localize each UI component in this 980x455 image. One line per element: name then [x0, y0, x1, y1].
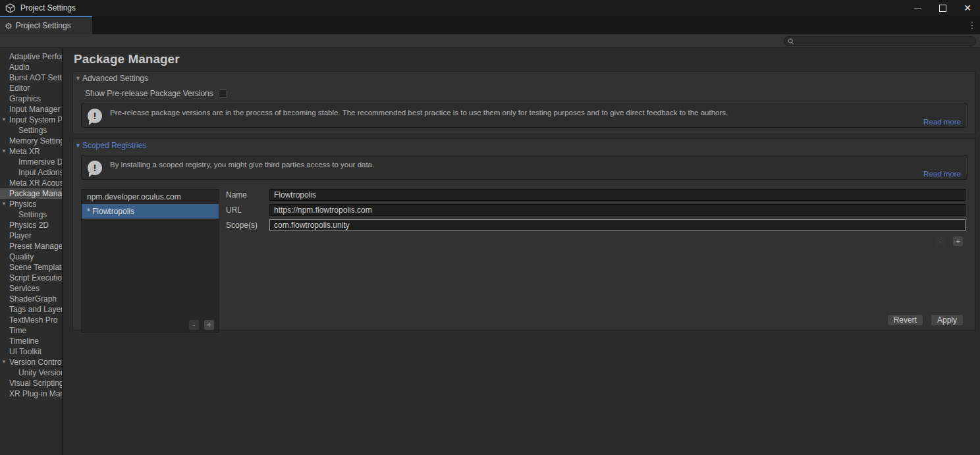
sidebar-item-label: Tags and Layers	[9, 304, 62, 315]
sidebar-item-label: Input Actions	[18, 167, 62, 178]
add-registry-button[interactable]: +	[204, 320, 214, 330]
remove-registry-button[interactable]: -	[189, 320, 199, 330]
tab-project-settings[interactable]: ⚙ Project Settings	[0, 16, 92, 34]
sidebar-item-label: UI Toolkit	[9, 346, 41, 357]
sidebar-item-meta-xr-acoustics[interactable]: Meta XR Acoustics	[0, 178, 62, 188]
sidebar-item-input-system-package[interactable]: ▼Input System Package	[0, 115, 62, 125]
sidebar-item-scene-template[interactable]: Scene Template	[0, 262, 62, 273]
registry-list: npm.developer.oculus.com* Flowtropolis -…	[81, 189, 219, 333]
project-settings-window-icon	[5, 3, 15, 13]
sidebar-item-input-manager[interactable]: Input Manager	[0, 104, 62, 115]
scoped-registry-info-box: ! By installing a scoped registry, you m…	[81, 155, 967, 180]
sidebar-item-preset-manager[interactable]: Preset Manager	[0, 241, 62, 252]
remove-scope-button[interactable]: -	[935, 236, 945, 246]
close-icon: ✕	[964, 3, 971, 13]
close-button[interactable]: ✕	[955, 0, 980, 16]
advanced-settings-header[interactable]: ▼ Advanced Settings	[73, 72, 975, 83]
sidebar-item-label: Player	[9, 230, 32, 241]
advanced-settings-section: ▼ Advanced Settings Show Pre-release Pac…	[72, 71, 975, 134]
gear-icon: ⚙	[5, 22, 13, 30]
sidebar-item-time[interactable]: Time	[0, 325, 62, 336]
sidebar-item-label: Physics	[9, 199, 36, 209]
sidebar-item-label: Services	[9, 283, 40, 294]
sidebar-item-visual-scripting[interactable]: Visual Scripting	[0, 378, 62, 388]
sidebar-item-label: Settings	[18, 209, 47, 220]
sidebar-item-quality[interactable]: Quality	[0, 252, 62, 262]
sidebar-item-timeline[interactable]: Timeline	[0, 336, 62, 346]
sidebar-item-settings[interactable]: Settings	[0, 209, 62, 220]
sidebar-item-label: Preset Manager	[9, 241, 62, 252]
sidebar-item-script-execution-order[interactable]: Script Execution Order	[0, 273, 62, 283]
read-more-link[interactable]: Read more	[923, 118, 961, 126]
read-more-link[interactable]: Read more	[923, 170, 961, 178]
sidebar-item-label: Burst AOT Settings	[9, 72, 62, 83]
sidebar-item-label: Quality	[9, 252, 34, 262]
sidebar-item-textmesh-pro[interactable]: TextMesh Pro	[0, 315, 62, 325]
scopes-label: Scope(s)	[226, 221, 269, 230]
sidebar-item-settings[interactable]: Settings	[0, 125, 62, 136]
warning-icon: !	[88, 109, 102, 123]
sidebar-item-label: ShaderGraph	[9, 294, 57, 304]
settings-toolbar	[0, 34, 980, 48]
sidebar-item-package-manager[interactable]: Package Manager	[0, 188, 62, 199]
sidebar-item-memory-settings[interactable]: Memory Settings	[0, 136, 62, 146]
sidebar-item-label: Graphics	[9, 94, 41, 104]
sidebar-item-player[interactable]: Player	[0, 230, 62, 241]
sidebar-item-label: Time	[9, 325, 26, 336]
foldout-open-icon[interactable]: ▼	[1, 199, 7, 209]
scopes-field[interactable]	[269, 219, 966, 231]
sidebar-item-label: Unity Version Control	[18, 367, 62, 378]
scoped-registries-header[interactable]: ▼ Scoped Registries	[73, 139, 975, 150]
sidebar-item-adaptive-performance[interactable]: Adaptive Performance	[0, 51, 62, 62]
add-scope-button[interactable]: +	[953, 236, 963, 246]
tab-bar: ⚙ Project Settings ⋮	[0, 16, 980, 34]
sidebar-item-meta-xr[interactable]: ▼Meta XR	[0, 146, 62, 157]
sidebar-item-services[interactable]: Services	[0, 283, 62, 294]
sidebar-item-physics[interactable]: ▼Physics	[0, 199, 62, 209]
registry-list-item[interactable]: npm.developer.oculus.com	[82, 190, 219, 204]
package-manager-panel: Package Manager ▼ Advanced Settings Show…	[63, 48, 980, 455]
tab-overflow-menu-icon[interactable]: ⋮	[967, 20, 977, 30]
warning-icon: !	[88, 161, 102, 175]
sidebar-item-audio[interactable]: Audio	[0, 62, 62, 72]
sidebar-item-ui-toolkit[interactable]: UI Toolkit	[0, 346, 62, 357]
foldout-open-icon: ▼	[75, 142, 81, 149]
apply-button[interactable]: Apply	[931, 314, 964, 326]
sidebar-item-version-control[interactable]: ▼Version Control	[0, 357, 62, 367]
sidebar-item-immersive-debugger[interactable]: Immersive Debugger	[0, 157, 62, 167]
search-icon	[788, 38, 794, 45]
sidebar-item-shadergraph[interactable]: ShaderGraph	[0, 294, 62, 304]
sidebar-item-unity-version-control[interactable]: Unity Version Control	[0, 367, 62, 378]
foldout-open-icon[interactable]: ▼	[1, 115, 7, 125]
sidebar-item-label: Audio	[9, 62, 30, 72]
sidebar-item-label: Timeline	[9, 336, 39, 346]
maximize-icon	[939, 5, 946, 12]
sidebar-item-editor[interactable]: Editor	[0, 83, 62, 94]
registry-list-item[interactable]: * Flowtropolis	[82, 204, 219, 219]
page-title: Package Manager	[74, 52, 975, 67]
foldout-open-icon: ▼	[75, 75, 81, 82]
sidebar-item-label: Memory Settings	[9, 136, 62, 146]
search-field[interactable]	[784, 36, 976, 46]
prerelease-checkbox[interactable]	[219, 90, 227, 98]
revert-button[interactable]: Revert	[887, 314, 923, 326]
minimize-button[interactable]	[905, 0, 930, 16]
sidebar-item-input-actions[interactable]: Input Actions	[0, 167, 62, 178]
foldout-open-icon[interactable]: ▼	[1, 357, 7, 367]
sidebar-item-xr-plug-in-management[interactable]: XR Plug-in Management	[0, 388, 62, 399]
foldout-open-icon[interactable]: ▼	[1, 146, 7, 157]
search-input[interactable]	[797, 38, 968, 45]
sidebar-item-label: Adaptive Performance	[9, 51, 62, 62]
sidebar-item-physics-2d[interactable]: Physics 2D	[0, 220, 62, 230]
sidebar-item-burst-aot-settings[interactable]: Burst AOT Settings	[0, 72, 62, 83]
sidebar-item-tags-and-layers[interactable]: Tags and Layers	[0, 304, 62, 315]
name-field[interactable]	[269, 189, 966, 201]
sidebar-item-graphics[interactable]: Graphics	[0, 94, 62, 104]
settings-category-list: Adaptive PerformanceAudioBurst AOT Setti…	[0, 48, 63, 455]
maximize-button[interactable]	[930, 0, 955, 16]
scoped-registries-section: ▼ Scoped Registries ! By installing a sc…	[72, 138, 975, 331]
name-label: Name	[226, 190, 269, 200]
sidebar-item-label: Editor	[9, 83, 30, 94]
prerelease-checkbox-label: Show Pre-release Package Versions	[85, 89, 213, 98]
url-field[interactable]	[269, 204, 966, 216]
